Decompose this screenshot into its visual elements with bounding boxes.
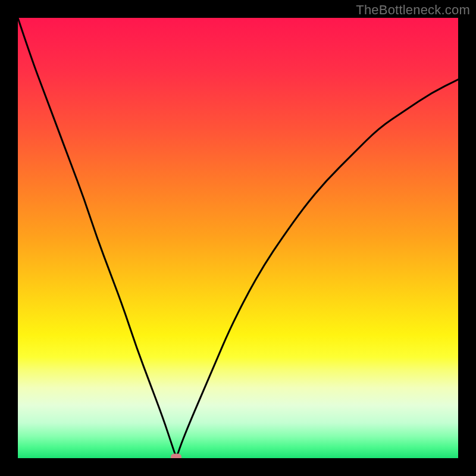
bottleneck-curve — [18, 18, 458, 455]
outer-frame: TheBottleneck.com — [0, 0, 476, 476]
curve-layer — [18, 18, 458, 458]
optimum-marker — [171, 454, 181, 459]
plot-area — [18, 18, 458, 458]
watermark-text: TheBottleneck.com — [356, 2, 470, 18]
